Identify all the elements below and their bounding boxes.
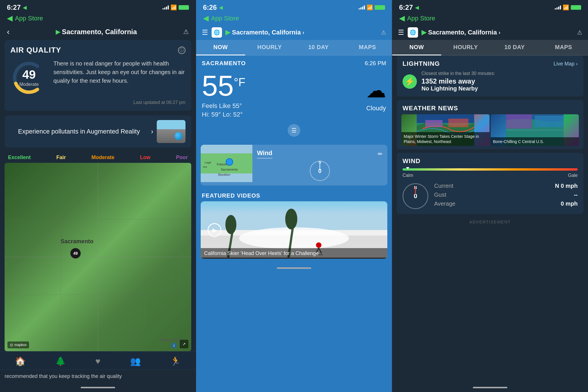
city-time: 6:26 PM [365,60,386,67]
warning-icon-2[interactable]: ⚠ [381,29,386,36]
panel3-scroll: LIGHTNING Live Map › ⚡ Closest strike in… [392,55,588,383]
tab-10day-2[interactable]: 10 DAY [294,40,343,55]
time-1: 6:27 [7,3,21,11]
svg-text:Folsom: Folsom [217,163,227,166]
mapbox-icon: ⊙ [10,343,13,347]
back-arrow-icon-3[interactable]: ◀ [399,14,405,23]
svg-rect-32 [506,114,532,129]
weather-logo-icon: 🌐 [214,29,220,36]
tab-10day-3[interactable]: 10 DAY [490,40,539,55]
status-icons-2: 📶 [359,4,385,11]
weather-news-card: WEATHER NEWS [397,100,583,149]
wind-gust-value: -- [574,192,578,198]
tab-maps-2[interactable]: MAPS [343,40,392,55]
weather-desc: Cloudy [366,105,386,112]
wind-average-label: Average [434,200,455,207]
nav-health[interactable]: ♥ [95,356,100,366]
wind-gust-label: Gust [434,192,446,198]
news-caption-2: Bone-Chilling C Central U.S. [491,137,579,146]
signal-bars-3 [555,5,561,9]
ar-arrow-icon: › [151,128,153,136]
wind-map-svg: Folsom Sacramento Stockton Legal sco [201,145,252,182]
city-name: SACRAMENTO [202,60,246,67]
lightning-badge: ⚡ [403,74,417,89]
nav-nature[interactable]: 🌲 [55,356,66,366]
lightning-distance: 1352 miles away [421,77,495,85]
wind-title: Wind [257,149,272,159]
hamburger-icon[interactable]: ☰ [202,28,208,36]
nav-social[interactable]: 👥 [130,356,141,366]
video-play-button[interactable]: ▶ [208,223,221,237]
live-map-link[interactable]: Live Map › [554,61,578,67]
wind-scale-labels: Calm Gale [403,173,578,178]
app-store-label-1[interactable]: App Store [15,15,43,22]
status-icons-3: 📶 [555,4,581,11]
bottom-text-strip: recommended that you keep tracking the a… [0,370,196,383]
wind-current-label: Current [434,183,453,189]
wind-edit-icon[interactable]: ✏ [378,150,383,157]
app-store-label-3[interactable]: App Store [407,15,435,22]
nav-activity[interactable]: 🏃 [170,356,181,366]
wind-compass-large: N 0 [403,183,428,209]
status-icons-1: 📶 [163,4,189,11]
wind-map-bg: Folsom Sacramento Stockton Legal sco [201,145,252,182]
compass-needle [320,163,320,170]
hi-lo: Hi: 59° Lo: 52° [202,111,366,118]
air-quality-card: AIR QUALITY ⓘ 49 Moderate [5,40,191,111]
news-image-2[interactable]: Bone-Chilling C Central U.S. [491,114,579,146]
map-marker: 49 [70,248,81,258]
wind-header: Wind ✏ [257,149,383,159]
status-bar-2: 6:26 ◀ 📶 [196,0,392,13]
aq-info-icon[interactable]: ⓘ [178,47,185,54]
svg-point-22 [285,208,297,229]
svg-point-20 [225,215,236,234]
wind-scale-bar [403,168,578,171]
aq-map[interactable]: Sacramento 49 Depot Park ⊙ mapbox ↗ i [5,163,191,351]
tab-now-2[interactable]: NOW [196,40,245,55]
map-info-button[interactable]: i [171,343,177,348]
svg-text:Stockton: Stockton [218,173,230,176]
wind-stat-gust: Gust -- [434,192,578,198]
tab-hourly-3[interactable]: HOURLY [441,40,490,55]
warning-icon-1[interactable]: ⚠ [183,28,189,36]
app-store-bar-2: ◀ App Store [196,13,392,25]
app-store-label-2[interactable]: App Store [211,15,239,22]
tab-now-3[interactable]: NOW [392,40,441,55]
tab-hourly-2[interactable]: HOURLY [245,40,294,55]
location-arrow-3: ◀ [415,5,419,10]
map-bg: Sacramento 49 Depot Park ⊙ mapbox ↗ i [5,163,191,351]
tab-maps-3[interactable]: MAPS [539,40,588,55]
wind-detail-body: N 0 Current N 0 mph Gust -- [403,183,578,209]
location-arrow-2: ◀ [219,5,223,10]
ar-thumbnail [157,120,185,143]
wifi-icon-1: 📶 [171,4,177,11]
status-bar-3: 6:27 ◀ 📶 [392,0,588,13]
aqi-moderate: Moderate [92,155,115,161]
warning-icon-3[interactable]: ⚠ [577,29,582,36]
scroll-button[interactable]: ☰ [288,124,300,137]
wind-gale-label: Gale [568,173,578,178]
wifi-icon-2: 📶 [367,4,373,11]
lightning-status: No Lightning Nearby [421,85,495,92]
back-arrow-icon-2[interactable]: ◀ [203,14,209,23]
chevron-right-2: › [303,30,304,36]
news-images: Major Winter Storm Takes Center Stage in… [397,114,583,149]
ar-banner[interactable]: Experience pollutants in Augmented Reali… [5,115,191,148]
nav-home[interactable]: 🏠 [15,356,26,366]
battery-3 [571,5,581,10]
svg-rect-29 [425,120,443,127]
temp-section: 55 °F Feels Like 55° Hi: 59° Lo: 52° [202,71,366,119]
wind-average-value: 0 mph [561,200,578,207]
aqi-low: Low [140,155,150,161]
video-card[interactable]: ▶ California Skier 'Head Over Heels' for… [201,201,387,259]
lightning-info: Closest strike in the last 30 minutes: 1… [421,71,495,92]
map-expand-button[interactable]: ↗ [180,340,188,348]
map-roads-svg [5,163,191,351]
hamburger-icon-3[interactable]: ☰ [398,28,404,36]
lightning-bolt-icon: ⚡ [405,77,415,86]
city-strip: SACRAMENTO 6:26 PM [196,55,392,69]
news-image-1[interactable]: Major Winter Storm Takes Center Stage in… [401,114,490,146]
home-indicator-1 [0,383,196,392]
aq-description: There is no real danger for people with … [53,59,185,85]
nav-back-1[interactable]: ‹ [7,27,9,36]
